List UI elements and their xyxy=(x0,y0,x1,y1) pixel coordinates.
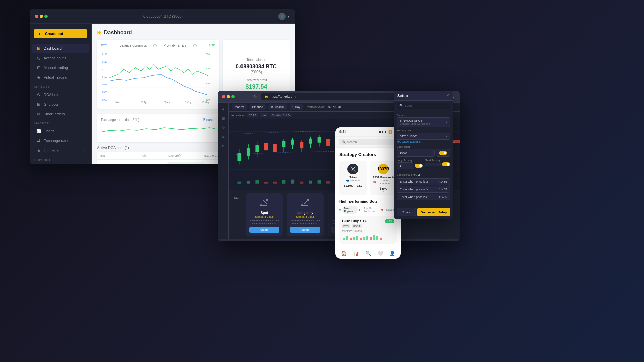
timeframe-selector[interactable]: 1 Day xyxy=(290,104,303,110)
bot-performance-card: Blue Chips ++ +9% BTC USDT Monthly Retur… xyxy=(339,216,397,244)
indicators-icon[interactable]: ≋ xyxy=(220,133,227,140)
most-popular-tab[interactable]: Most Popular xyxy=(342,206,357,214)
share-button[interactable]: Share xyxy=(397,208,416,216)
create-bot-button[interactable]: + + Create bot xyxy=(34,29,87,38)
spot-type: Standard Setup xyxy=(249,215,279,218)
entry2-field[interactable]: Enter when price is ≥ 41435 xyxy=(397,186,450,193)
lowest-dot xyxy=(381,209,383,211)
setup-search-input[interactable]: 🔍 Search xyxy=(397,103,450,109)
usd-amount: ($806) xyxy=(251,70,262,74)
svg-point-93 xyxy=(307,199,309,201)
entry1-field[interactable]: Enter when price is ≥ 41435 xyxy=(397,178,450,185)
sidebar-item-tutorial[interactable]: ⊘ Tutorial xyxy=(32,163,89,164)
titan-country: 🇸🇮 Slovenia xyxy=(342,179,364,182)
titan-name: Titan xyxy=(342,176,364,179)
ma-indicator[interactable]: n/a xyxy=(260,113,268,117)
pair-selector[interactable]: BTC/USD xyxy=(268,104,287,110)
long-create-button[interactable]: Create xyxy=(290,227,320,233)
sidebar-item-dashboard[interactable]: ⊞ Dashboard xyxy=(32,44,89,53)
browser-min-button[interactable] xyxy=(227,95,230,98)
grid-icon: ⊞ xyxy=(36,46,41,51)
available-balance: 400 USDT available xyxy=(397,140,450,143)
bot-perf-name: Blue Chips ++ xyxy=(342,219,367,223)
sidebar-item-access-points[interactable]: ◎ Access points xyxy=(32,53,89,63)
sidebar-item-charts[interactable]: 📈 Charts › xyxy=(32,126,89,136)
phone-time: 9:41 xyxy=(339,130,346,134)
svg-rect-72 xyxy=(273,182,277,184)
browser-max-button[interactable] xyxy=(231,95,235,98)
search-nav-icon[interactable]: 🔍 xyxy=(365,251,371,256)
market-icon[interactable]: ◈ xyxy=(220,105,227,112)
user-profile[interactable]: 👤 ▾ xyxy=(278,13,290,20)
spot-strategy-option[interactable]: Spot Standard Setup Automate and share u… xyxy=(246,193,283,236)
percentage-toggle[interactable] xyxy=(436,149,450,157)
close-window-button[interactable] xyxy=(35,15,38,18)
sidebar-item-virtual-trading[interactable]: ◈ Virtual Trading xyxy=(32,73,89,82)
chart-nav-icon[interactable]: 📊 xyxy=(353,251,359,256)
source-select[interactable]: BINANCE SPOT Binance Spot Workspace › xyxy=(397,117,450,127)
dca-bots-icon: ⊙ xyxy=(36,92,41,97)
titan-creator-card[interactable]: ⚔️ Titan 🇸🇮 Slovenia $220K 181 xyxy=(339,161,367,195)
btc-balance-header: 0.08803034 BTC ($806) xyxy=(143,14,183,18)
maximize-window-button[interactable] xyxy=(44,15,48,18)
market-selector[interactable]: Market xyxy=(232,104,247,110)
long-toggle[interactable] xyxy=(415,164,423,168)
top-performers-tab[interactable]: Top 10 Performer xyxy=(362,206,380,214)
home-nav-icon[interactable]: 🏠 xyxy=(341,251,347,256)
conditional-label: Conditional entry xyxy=(397,173,417,176)
btc-amount: 0.08803034 BTC xyxy=(236,64,277,70)
bb-indicator[interactable]: BB 20 xyxy=(247,113,258,117)
svg-text:0.088: 0.088 xyxy=(102,98,107,101)
support-section-label: SUPPORT xyxy=(30,156,91,163)
svg-point-86 xyxy=(266,199,268,201)
go-live-button[interactable]: Go live with Setup xyxy=(417,208,450,216)
sidebar-item-manual-trading[interactable]: ⊡ Manual trading xyxy=(32,63,89,72)
base-order-input[interactable]: 1000 xyxy=(397,149,435,157)
svg-rect-77 xyxy=(318,180,321,184)
virtual-trading-icon: ◈ xyxy=(36,75,41,80)
sidebar-item-smart-orders[interactable]: ⊛ Smart orders xyxy=(32,109,89,119)
short-average-input[interactable] xyxy=(425,163,441,166)
tools-icon[interactable]: ⊹ xyxy=(220,124,227,131)
long-average-input[interactable]: 1 xyxy=(397,162,413,169)
conditional-indicator xyxy=(418,174,420,176)
pair1-tag: BTC xyxy=(342,224,350,228)
candle-icon[interactable]: ▦ xyxy=(220,115,227,121)
svg-rect-109 xyxy=(370,237,372,240)
short-toggle[interactable] xyxy=(442,162,450,166)
entry3-field[interactable]: Enter when price is ≥ 41435 xyxy=(397,194,450,200)
short-average-field: Short Average xyxy=(425,159,450,169)
browser-nav: ‹ › ↻ xyxy=(237,94,258,100)
modal-search-bar[interactable]: 🔍 Search xyxy=(339,139,397,145)
profile-nav-icon[interactable]: 👤 xyxy=(389,251,395,256)
sidebar-item-exchange-rates[interactable]: ⇄ Exchange rates › xyxy=(32,136,89,145)
refresh-button[interactable]: ↻ xyxy=(252,94,258,100)
research-creator-card[interactable]: 1337R 1337 Research 🇬🇧 United Kingdom $4… xyxy=(370,161,397,195)
trading-pair-select[interactable]: BTC / USDT › xyxy=(397,133,450,140)
spot-create-button[interactable]: Create xyxy=(249,227,279,233)
setup-search-area: 🔍 Search xyxy=(394,101,453,111)
forward-button[interactable]: › xyxy=(245,94,251,100)
long-only-strategy-option[interactable]: Long only Standard Setup Automate and sh… xyxy=(287,193,324,236)
long-average-control: 1 xyxy=(397,162,423,169)
heart-nav-icon[interactable]: 🤍 xyxy=(377,251,383,256)
btc-axis-label: BTC xyxy=(101,44,107,48)
svg-text:0.100: 0.100 xyxy=(102,75,107,78)
dashboard-label: Dashboard xyxy=(44,46,62,50)
source-chevron-icon: › xyxy=(446,120,447,124)
chart-header: BTC Balance dynamics ⓘ Profit dynamics ⓘ… xyxy=(101,44,215,48)
minimize-window-button[interactable] xyxy=(40,15,43,18)
toggle-switch[interactable] xyxy=(439,151,447,155)
back-button[interactable]: ‹ xyxy=(237,94,244,100)
plankton-indicator[interactable]: Plankton Bot 2x xyxy=(270,113,292,117)
sidebar-item-grid-bots[interactable]: ⊞ Grid bots xyxy=(32,100,89,109)
exchange-selector[interactable]: Binance xyxy=(250,104,266,110)
browser-close-button[interactable] xyxy=(222,95,225,98)
sidebar-item-top-pairs[interactable]: ★ Top pairs › xyxy=(32,146,89,155)
settings-sidebar-icon[interactable]: ⚙ xyxy=(220,143,227,149)
sidebar-item-dca-bots[interactable]: ⊙ DCA bots › xyxy=(32,90,89,99)
entry3-label: Enter when price is ≥ xyxy=(400,195,428,199)
svg-rect-71 xyxy=(264,182,268,184)
close-setup-button[interactable]: ✕ xyxy=(446,93,449,98)
svg-rect-76 xyxy=(309,181,312,184)
